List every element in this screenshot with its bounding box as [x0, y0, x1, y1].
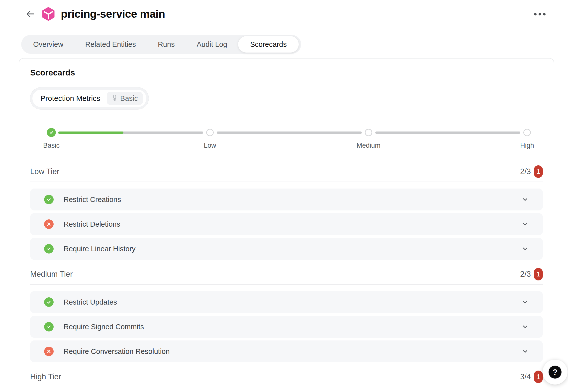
rule-label: Require Signed Commits	[64, 323, 521, 331]
rule-label: Require Conversation Resolution	[64, 347, 521, 356]
help-button[interactable]: ?	[543, 360, 568, 385]
rule-row-require-signed-commits[interactable]: Require Signed Commits	[30, 316, 543, 338]
failing-count-badge: 1	[534, 371, 543, 383]
rule-list: Restrict CreationsRestrict DeletionsRequ…	[30, 189, 543, 260]
check-circle-icon	[44, 244, 54, 254]
stepper-node-low	[206, 129, 214, 136]
tier-section-high-tier: High Tier3/41	[30, 371, 543, 392]
chevron-down-icon	[521, 245, 529, 253]
tier-section-low-tier: Low Tier2/31Restrict CreationsRestrict D…	[30, 166, 543, 260]
page: pricing-service main OverviewRelated Ent…	[0, 0, 568, 392]
ellipsis-icon	[534, 13, 537, 15]
check-icon	[46, 197, 52, 202]
check-icon	[46, 299, 52, 305]
tab-audit-log[interactable]: Audit Log	[186, 35, 238, 54]
rule-list: Restrict UpdatesRequire Signed CommitsRe…	[30, 291, 543, 362]
expand-rule-button[interactable]	[521, 220, 529, 228]
scorecard-chip[interactable]: Protection Metrics Basic	[30, 87, 149, 109]
arrow-left-icon	[25, 8, 36, 19]
tier-section-medium-tier: Medium Tier2/31Restrict UpdatesRequire S…	[30, 269, 543, 362]
tier-divider	[30, 387, 543, 387]
tier-score-wrap: 2/31	[520, 268, 543, 280]
tier-name: Medium Tier	[30, 270, 73, 279]
tier-score-wrap: 3/41	[520, 371, 543, 383]
service-cube-icon	[42, 7, 55, 21]
expand-rule-button[interactable]	[521, 196, 529, 203]
check-icon	[46, 246, 52, 252]
rule-row-require-conversation-resolution[interactable]: Require Conversation Resolution	[30, 340, 543, 362]
expand-rule-button[interactable]	[521, 298, 529, 306]
stepper-label-basic: Basic	[43, 142, 60, 149]
tab-scorecards[interactable]: Scorecards	[238, 36, 299, 53]
expand-rule-button[interactable]	[521, 348, 529, 355]
scorecards-heading: Scorecards	[30, 68, 543, 77]
level-stepper: BasicLowMediumHigh	[30, 121, 543, 156]
stepper-track-segment	[58, 131, 203, 134]
tier-score: 3/4	[520, 372, 531, 381]
x-circle-icon	[44, 219, 54, 229]
scorecard-name: Protection Metrics	[40, 94, 100, 103]
tier-score: 2/3	[520, 167, 531, 176]
x-icon	[46, 349, 51, 354]
rule-label: Restrict Updates	[64, 298, 521, 306]
tier-header: High Tier3/41	[30, 371, 543, 382]
tier-name: High Tier	[30, 372, 61, 381]
stepper-progress-fill	[58, 131, 123, 134]
stepper-label-high: High	[520, 142, 534, 149]
stepper-node-high	[523, 129, 531, 136]
more-menu-button[interactable]	[533, 11, 547, 17]
back-button[interactable]	[25, 8, 36, 19]
stepper-node-medium	[365, 129, 372, 136]
stepper-track-segment	[217, 131, 362, 134]
scorecard-level-label: Basic	[120, 94, 138, 103]
entity-header: pricing-service main	[0, 0, 568, 22]
check-icon	[46, 324, 52, 329]
stepper-node-basic	[47, 128, 56, 137]
tier-divider	[30, 284, 543, 285]
expand-rule-button[interactable]	[521, 323, 529, 330]
expand-rule-button[interactable]	[521, 245, 529, 253]
chevron-down-icon	[521, 298, 529, 306]
failing-count-badge: 1	[534, 165, 543, 178]
rule-row-restrict-updates[interactable]: Restrict Updates	[30, 291, 543, 313]
failing-count-badge: 1	[534, 268, 543, 280]
tab-runs[interactable]: Runs	[147, 35, 186, 54]
stepper-label-low: Low	[204, 142, 216, 149]
tab-overview[interactable]: Overview	[22, 35, 74, 54]
tier-list: Low Tier2/31Restrict CreationsRestrict D…	[30, 166, 543, 392]
question-mark-icon: ?	[549, 366, 562, 379]
x-circle-icon	[44, 347, 54, 356]
tab-related-entities[interactable]: Related Entities	[74, 35, 147, 54]
tier-header: Medium Tier2/31	[30, 269, 543, 280]
x-icon	[46, 222, 51, 227]
check-icon	[49, 130, 54, 135]
check-circle-icon	[44, 322, 54, 331]
chevron-down-icon	[521, 220, 529, 228]
page-title: pricing-service main	[61, 8, 165, 20]
stepper-track-segment	[375, 131, 520, 134]
check-circle-icon	[44, 297, 54, 307]
tier-header: Low Tier2/31	[30, 166, 543, 177]
chevron-down-icon	[521, 323, 529, 330]
chevron-down-icon	[521, 348, 529, 355]
rule-label: Restrict Deletions	[64, 220, 521, 228]
tier-name: Low Tier	[30, 167, 59, 176]
rule-row-restrict-creations[interactable]: Restrict Creations	[30, 189, 543, 210]
tier-score-wrap: 2/31	[520, 165, 543, 178]
check-circle-icon	[44, 195, 54, 204]
rule-label: Require Linear History	[64, 245, 521, 253]
rule-row-require-linear-history[interactable]: Require Linear History	[30, 238, 543, 260]
tab-bar: OverviewRelated EntitiesRunsAudit LogSco…	[21, 35, 301, 54]
chevron-down-icon	[521, 196, 529, 203]
tier-divider	[30, 182, 543, 182]
scorecard-level-badge: Basic	[107, 92, 143, 105]
tier-score: 2/3	[520, 270, 531, 279]
medal-icon	[112, 95, 118, 102]
rule-row-restrict-deletions[interactable]: Restrict Deletions	[30, 213, 543, 235]
scorecards-card: Scorecards Protection Metrics Basic Basi…	[19, 58, 554, 392]
stepper-label-medium: Medium	[357, 142, 380, 149]
rule-label: Restrict Creations	[64, 196, 521, 204]
